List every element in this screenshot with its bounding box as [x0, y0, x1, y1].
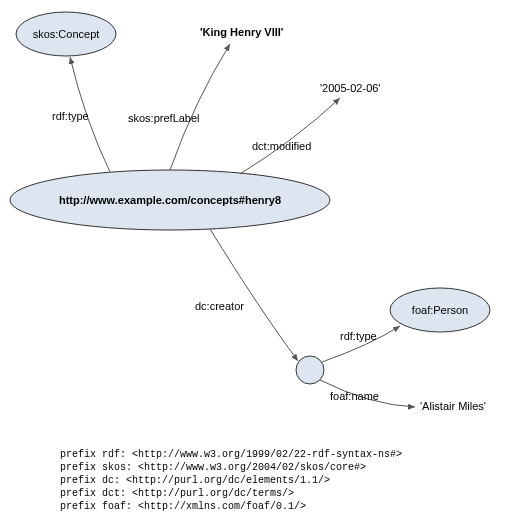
node-main-subject-label: http://www.example.com/concepts#henry8 [59, 194, 281, 206]
edge-rdf-type-person-label: rdf:type [340, 330, 377, 342]
edge-creator-label: dc:creator [195, 300, 244, 312]
edge-preflabel-label: skos:prefLabel [128, 112, 200, 124]
literal-name: 'Alistair Miles' [420, 400, 486, 412]
edge-foaf-name-label: foaf:name [330, 390, 379, 402]
prefix-line-3: prefix dct: <http://purl.org/dc/terms/> [60, 488, 294, 499]
node-skos-concept-label: skos:Concept [33, 28, 100, 40]
prefix-line-2: prefix dc: <http://purl.org/dc/elements/… [60, 475, 330, 486]
edge-modified-label: dct:modified [252, 140, 311, 152]
node-foaf-person-label: foaf:Person [412, 304, 468, 316]
edge-preflabel [170, 44, 230, 170]
edge-creator [210, 229, 298, 361]
prefix-line-0: prefix rdf: <http://www.w3.org/1999/02/2… [60, 449, 402, 460]
literal-modified: '2005-02-06' [320, 82, 380, 94]
prefix-line-4: prefix foaf: <http://xmlns.com/foaf/0.1/… [60, 501, 306, 512]
literal-preflabel: 'King Henry VIII' [200, 26, 284, 38]
rdf-graph-diagram: skos:Concept 'King Henry VIII' '2005-02-… [0, 0, 523, 524]
edge-rdf-type-concept-label: rdf:type [52, 110, 89, 122]
prefix-line-1: prefix skos: <http://www.w3.org/2004/02/… [60, 462, 366, 473]
node-blank [296, 356, 324, 384]
edge-modified [240, 98, 340, 174]
